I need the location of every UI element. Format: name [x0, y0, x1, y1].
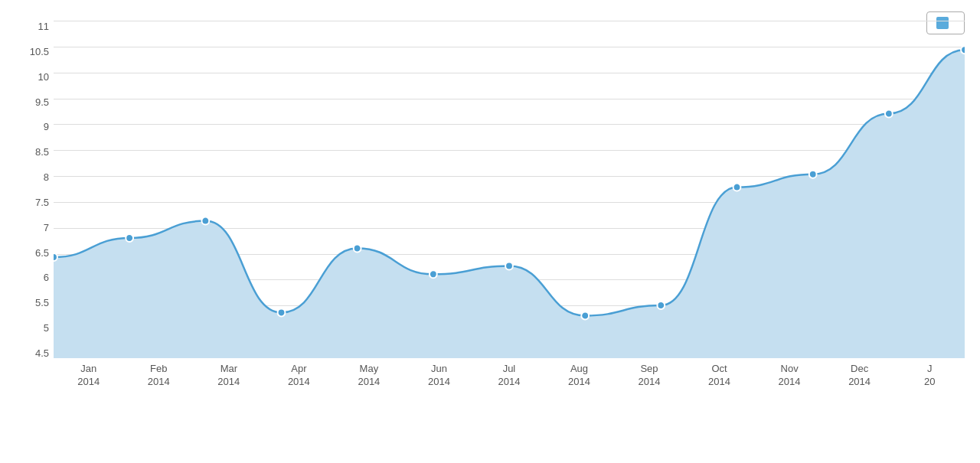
y-axis-label: 9 — [15, 122, 54, 132]
data-point — [354, 244, 361, 252]
y-axis-label: 8 — [15, 172, 54, 182]
y-axis-label: 5.5 — [15, 298, 54, 308]
data-point — [809, 171, 817, 178]
data-point — [961, 46, 965, 54]
x-axis-label: Mar2014 — [194, 358, 264, 396]
y-axis-label: 6 — [15, 272, 54, 282]
data-point — [278, 308, 286, 316]
data-point — [885, 109, 893, 117]
x-axis-label: Dec2014 — [825, 358, 895, 396]
x-axis-label: Jul2014 — [474, 358, 544, 396]
data-point — [126, 234, 133, 242]
x-axis-label: Oct2014 — [684, 358, 755, 396]
x-axis-label: Jun2014 — [404, 358, 475, 396]
header — [0, 0, 980, 21]
y-axis-label: 5 — [15, 323, 54, 333]
data-point — [430, 270, 437, 278]
x-axis: Jan2014Feb2014Mar2014Apr2014May2014Jun20… — [54, 358, 965, 396]
x-axis-label: Nov2014 — [754, 358, 825, 396]
chart-area: 4.555.566.577.588.599.51010.511 Jan2014F… — [15, 21, 965, 396]
y-axis-label: 10 — [15, 72, 54, 82]
y-axis-label: 6.5 — [15, 248, 54, 258]
chart-svg — [54, 21, 965, 358]
y-axis-label: 4.5 — [15, 348, 54, 358]
x-axis-label: Sep2014 — [614, 358, 684, 396]
x-axis-label: J20 — [894, 358, 965, 396]
x-axis-label: Aug2014 — [544, 358, 615, 396]
x-axis-label: Feb2014 — [124, 358, 194, 396]
data-point — [54, 253, 57, 261]
x-axis-label: Jan2014 — [54, 358, 124, 396]
chart-inner — [54, 21, 965, 358]
chart-area-fill — [54, 50, 965, 358]
data-point — [581, 311, 589, 319]
y-axis-label: 8.5 — [15, 147, 54, 157]
y-axis-label: 7 — [15, 223, 54, 233]
y-axis-label: 11 — [15, 21, 54, 31]
page-container: 4.555.566.577.588.599.51010.511 Jan2014F… — [0, 0, 980, 463]
data-point — [657, 302, 665, 309]
x-axis-label: May2014 — [334, 358, 404, 396]
y-axis-label: 7.5 — [15, 197, 54, 207]
y-axis-label: 10.5 — [15, 47, 54, 57]
y-axis: 4.555.566.577.588.599.51010.511 — [15, 21, 54, 358]
data-point — [201, 217, 209, 225]
y-axis-label: 9.5 — [15, 97, 54, 107]
data-point — [505, 262, 513, 270]
data-point — [733, 184, 741, 191]
x-axis-label: Apr2014 — [264, 358, 335, 396]
